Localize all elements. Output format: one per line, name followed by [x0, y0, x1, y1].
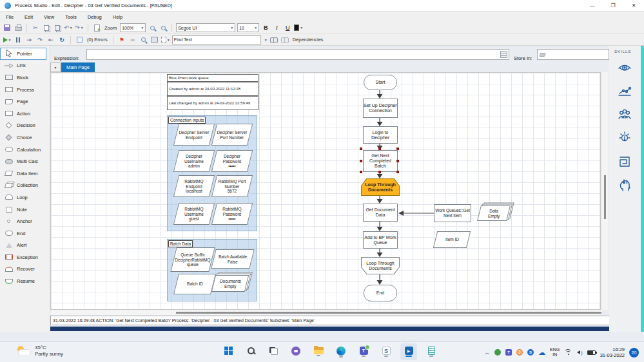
collaboration-skill-icon[interactable] — [617, 107, 632, 122]
node-loop-end-documents[interactable]: Loop Through Documents — [361, 257, 400, 274]
font-size-select[interactable]: 10▼ — [237, 23, 259, 32]
data-item-decipher-server-endpoint[interactable]: Decipher Server Endpoint — [173, 124, 215, 146]
pause-button[interactable] — [14, 35, 23, 44]
blue-prism-button[interactable]: ▶ — [400, 343, 417, 360]
palette-item-pointer[interactable]: Pointer — [0, 48, 46, 60]
new-page-button[interactable] — [92, 23, 101, 32]
palette-item-link[interactable]: Link — [0, 60, 50, 72]
minimize-button[interactable]: — — [582, 0, 603, 11]
vertical-scrollbar-thumb[interactable] — [604, 175, 606, 219]
node-set-up-decipher-connection[interactable]: Set Up Decipher Connection — [363, 99, 398, 118]
learning-skill-icon[interactable] — [617, 177, 632, 193]
collection-data-empty[interactable]: Data Empty — [477, 205, 511, 221]
italic-button[interactable]: I — [272, 23, 281, 32]
palette-item-process[interactable]: Process — [0, 84, 50, 96]
show-links-button[interactable]: ∞ — [128, 35, 137, 44]
expression-input[interactable] — [86, 49, 509, 60]
taskbar-clock[interactable]: 16:2931-03-2022 — [600, 347, 625, 358]
problem-solving-skill-icon[interactable] — [617, 130, 632, 146]
palette-item-calculation[interactable]: Calculation — [0, 144, 50, 156]
notification-badge[interactable]: 20 — [629, 348, 639, 357]
data-item-rabbitmq-username[interactable]: RabbitMQ Username guest — [173, 203, 215, 225]
palette-item-loop[interactable]: Loop — [0, 191, 50, 204]
knowledge-insight-skill-icon[interactable] — [617, 154, 632, 169]
palette-item-multi-calc[interactable]: Multi Calc — [0, 155, 50, 167]
tray-teams-icon[interactable]: T — [505, 349, 512, 356]
vertical-scrollbar[interactable] — [602, 72, 608, 310]
start-button[interactable] — [220, 343, 237, 360]
battery-icon[interactable] — [587, 350, 596, 355]
palette-item-exception[interactable]: Exception — [0, 251, 50, 263]
breakpoint-button[interactable] — [75, 35, 84, 44]
data-item-decipher-password[interactable]: Decipher Password ••••• — [211, 150, 253, 172]
file-explorer-button[interactable] — [310, 343, 327, 360]
edge-button[interactable] — [333, 343, 349, 360]
node-add-to-bp-work-queue[interactable]: Add to BP Work Queue — [363, 231, 398, 249]
horizontal-scrollbar-thumb[interactable] — [176, 312, 601, 314]
tray-n-icon[interactable]: N — [516, 349, 523, 356]
palette-item-recover[interactable]: Recover — [0, 263, 50, 276]
font-color-button[interactable]: ▼ — [294, 23, 303, 32]
data-item-batch-available[interactable]: Batch Available False — [211, 249, 254, 269]
selection-handle[interactable] — [396, 171, 399, 173]
node-get-next-completed-batch[interactable]: Get Next Completed Batch — [363, 150, 398, 172]
palette-item-anchor[interactable]: Anchor — [0, 215, 50, 227]
step-in-button[interactable]: ⇥ — [24, 35, 34, 44]
taskbar-search-button[interactable] — [242, 343, 259, 360]
zoom-in-button[interactable] — [148, 23, 157, 32]
visual-perception-skill-icon[interactable] — [617, 60, 632, 75]
node-end[interactable]: End — [364, 285, 397, 301]
reset-button[interactable]: ↻ — [57, 35, 66, 44]
data-item-rabbitmq-port[interactable]: RabbitMQ Port Number 5672 — [211, 175, 253, 197]
zoom-select[interactable]: 100%▼ — [120, 23, 146, 32]
zoom-out-button[interactable] — [159, 23, 168, 32]
copy-button[interactable] — [42, 23, 51, 32]
data-item-rabbitmq-password[interactable]: RabbitMQ Password ••••• — [211, 203, 253, 225]
selection-handle[interactable] — [378, 148, 381, 150]
menu-view[interactable]: View — [44, 14, 54, 20]
skype-button[interactable]: S — [378, 343, 395, 360]
taskbar-weather-widget[interactable]: 35°CPartly sunny — [17, 345, 63, 357]
palette-item-note[interactable]: Note — [0, 204, 50, 216]
menu-help[interactable]: Help — [113, 14, 122, 20]
wifi-icon[interactable] — [564, 349, 572, 356]
underline-button[interactable]: U — [283, 23, 292, 32]
page-list-dropdown[interactable]: ▼ — [50, 62, 61, 72]
palette-item-choice[interactable]: Choice — [0, 131, 50, 144]
menu-edit[interactable]: Edit — [24, 14, 33, 20]
notepad-button[interactable] — [423, 343, 440, 360]
selection-handle[interactable] — [396, 148, 399, 150]
undo-button[interactable]: ↶▼ — [64, 23, 73, 32]
data-item-decipher-server-port[interactable]: Decipher Server Port Number — [211, 124, 253, 146]
selection-handle[interactable] — [360, 171, 362, 173]
palette-item-block[interactable]: Block — [0, 71, 50, 84]
datawatch-button[interactable] — [150, 35, 159, 44]
palette-item-alert[interactable]: Alert — [0, 240, 50, 252]
node-work-queues-get-next-item[interactable]: Work Queues::Get Next Item — [434, 204, 471, 222]
find-text-input[interactable]: Find Text — [172, 35, 261, 44]
palette-item-decision[interactable]: Decision — [0, 120, 50, 132]
tray-chevron-icon[interactable]: ︿ — [485, 349, 490, 356]
redo-button[interactable]: ↷▼ — [75, 23, 84, 32]
data-item-item-id[interactable]: Item ID — [433, 231, 471, 248]
chat-button[interactable] — [288, 343, 304, 360]
planning-skill-icon[interactable] — [617, 83, 632, 99]
close-button[interactable]: ✕ — [623, 0, 644, 11]
process-canvas[interactable]: Blue Prism work queue. Created by admin … — [50, 72, 601, 310]
tray-person-icon[interactable] — [494, 349, 501, 356]
onedrive-cloud-icon[interactable]: ☁ — [538, 348, 545, 357]
tray-shield-icon[interactable]: S — [527, 349, 534, 356]
data-item-queue-suffix[interactable]: Queue Suffix DecipherRabbitMQqueue — [170, 247, 215, 272]
data-item-decipher-username[interactable]: Decipher Username admin — [173, 150, 215, 172]
teams-button[interactable]: T — [355, 343, 372, 360]
font-select[interactable]: Segoe UI▼ — [176, 23, 235, 32]
horizontal-scrollbar[interactable] — [50, 310, 602, 315]
palette-item-resume[interactable]: Resume — [0, 275, 50, 287]
calculator-icon[interactable] — [500, 51, 507, 58]
palette-item-end[interactable]: End — [0, 227, 50, 240]
bold-button[interactable]: B — [261, 23, 270, 32]
palette-item-data-item[interactable]: Data Item — [0, 167, 50, 180]
selection-handle[interactable] — [360, 148, 362, 150]
search-process-button[interactable] — [139, 35, 148, 44]
save-button[interactable] — [3, 23, 12, 32]
